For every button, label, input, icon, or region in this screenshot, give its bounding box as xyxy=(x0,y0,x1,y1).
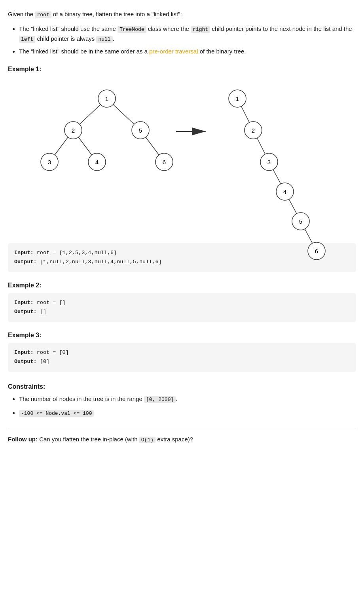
example2-output: Output: [] xyxy=(14,308,350,317)
svg-text:2: 2 xyxy=(72,127,75,134)
constraint-val-code: -100 <= Node.val <= 100 xyxy=(19,410,94,417)
svg-text:5: 5 xyxy=(299,218,302,225)
svg-text:6: 6 xyxy=(315,248,318,255)
example3-box: Input: root = [0] Output: [0] xyxy=(8,343,356,372)
right-code: right xyxy=(191,26,210,33)
constraint-range-code: [0, 2000] xyxy=(144,396,176,403)
constraint-2: -100 <= Node.val <= 100 xyxy=(19,407,356,418)
svg-text:6: 6 xyxy=(163,159,166,165)
example3-title: Example 3: xyxy=(8,332,356,339)
example1-input: Input: root = [1,2,5,3,4,null,6] xyxy=(14,249,350,258)
example1-output: Output: [1,null,2,null,3,null,4,null,5,n… xyxy=(14,258,350,267)
root-code: root xyxy=(35,11,51,18)
svg-text:3: 3 xyxy=(48,159,51,165)
constraint-1: The number of nodes in the tree is in th… xyxy=(19,393,356,404)
treenode-code: TreeNode xyxy=(118,26,146,33)
bullet-1: The "linked list" should use the same Tr… xyxy=(19,24,356,44)
example2-box: Input: root = [] Output: [] xyxy=(8,293,356,322)
example1-box: Input: root = [1,2,5,3,4,null,6] Output:… xyxy=(8,243,356,272)
svg-text:1: 1 xyxy=(236,95,239,102)
svg-text:2: 2 xyxy=(252,127,255,134)
followup-code: O(1) xyxy=(139,437,155,443)
svg-text:1: 1 xyxy=(105,95,108,102)
svg-text:3: 3 xyxy=(267,159,271,165)
problem-bullets: The "linked list" should use the same Tr… xyxy=(19,24,356,57)
example3-output: Output: [0] xyxy=(14,357,350,367)
left-code: left xyxy=(19,36,35,43)
preorder-link[interactable]: pre-order traversal xyxy=(149,48,198,55)
constraints-box: The number of nodes in the tree is in th… xyxy=(8,393,356,418)
svg-text:4: 4 xyxy=(283,188,286,195)
example2-input: Input: root = [] xyxy=(14,298,350,308)
svg-text:4: 4 xyxy=(95,159,99,165)
problem-intro: Given the root of a binary tree, flatten… xyxy=(8,10,356,19)
followup: Follow up: Can you flatten the tree in-p… xyxy=(8,428,356,445)
tree-diagram-svg: 1 2 5 3 4 6 1 2 3 xyxy=(12,77,352,243)
example1-title: Example 1: xyxy=(8,66,356,73)
null-code: null xyxy=(96,36,112,43)
svg-text:5: 5 xyxy=(139,127,142,134)
example1-diagram: 1 2 5 3 4 6 1 2 3 xyxy=(8,77,356,243)
example2-title: Example 2: xyxy=(8,282,356,289)
constraints-title: Constraints: xyxy=(8,383,356,390)
bullet-2: The "linked list" should be in the same … xyxy=(19,47,356,56)
example3-input: Input: root = [0] xyxy=(14,348,350,357)
